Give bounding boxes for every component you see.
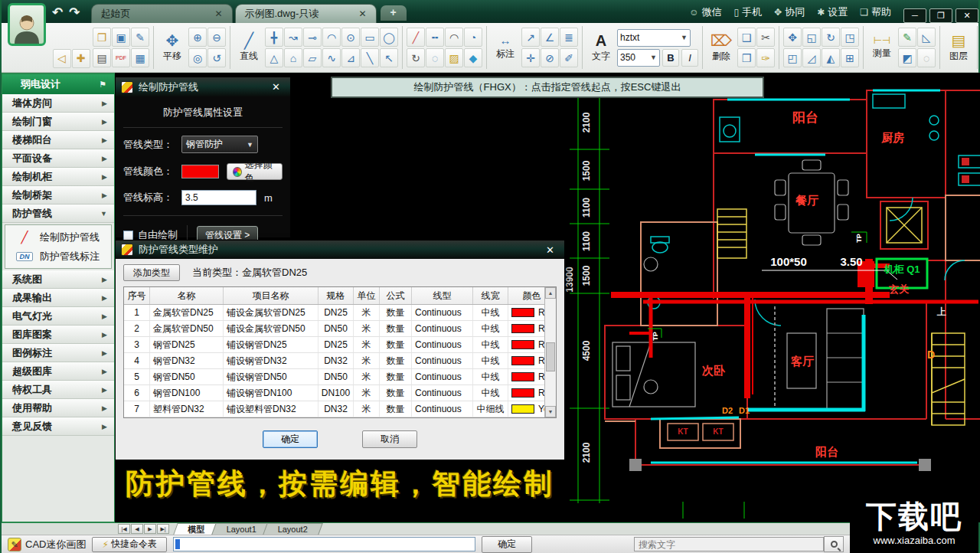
prev-sheet-icon[interactable]: ◀ (131, 524, 143, 534)
minimize-icon[interactable]: ─ (903, 8, 926, 23)
leader-icon[interactable]: ↖ (380, 48, 398, 67)
sidebar-item[interactable]: 绘制机柜▶ (2, 168, 114, 186)
menu-item-phone[interactable]: ▯手机 (734, 5, 763, 19)
array-icon[interactable]: ⊞ (841, 48, 859, 67)
fillet-icon[interactable]: ◠ (445, 28, 463, 47)
document-tab[interactable]: 示例图.dwg-只读✕ (235, 4, 377, 23)
zoom-window-icon[interactable]: ◎ (188, 48, 207, 67)
image-export-icon[interactable]: ▦ (131, 48, 149, 67)
parallelogram-icon[interactable]: ▱ (303, 48, 322, 67)
fill-icon[interactable]: ◆ (464, 48, 482, 67)
dialog-titlebar[interactable]: 绘制防护管线 ✕ (116, 77, 290, 97)
dim-ordinate-icon[interactable]: ✛ (521, 48, 540, 67)
drawing-canvas[interactable]: 阳台厨房餐厅100*503.50机柜 Q1玄关次卧客厅阳台D2D1KTKTD上T… (115, 73, 980, 522)
pick-color-button[interactable]: 选择颜色 (227, 163, 283, 180)
free-draw-checkbox[interactable] (123, 231, 133, 241)
sidebar-item[interactable]: 超级图库▶ (2, 362, 114, 381)
save-as-icon[interactable]: ✎ (131, 28, 149, 47)
shortcut-commands-button[interactable]: ⚡ 快捷命令表 (92, 537, 166, 552)
rectangle-icon[interactable]: ▭ (361, 28, 379, 47)
trim-icon[interactable]: ╱ (407, 28, 425, 47)
elevation-input[interactable] (181, 190, 256, 205)
menu-item-wechat[interactable]: ☺微信 (689, 5, 721, 19)
delete-button[interactable]: ⌦ 删除 (707, 27, 736, 68)
sidebar-item[interactable]: 特权工具▶ (2, 381, 114, 399)
revolve-icon[interactable]: ↻ (407, 48, 425, 67)
trapezoid-icon[interactable]: ⊿ (341, 48, 360, 67)
dim-aligned-icon[interactable]: ↗ (521, 28, 540, 47)
dim-radius-icon[interactable]: ⊘ (541, 48, 559, 67)
zoom-prev-icon[interactable]: ↺ (207, 48, 226, 67)
protractor-icon[interactable]: ◺ (917, 28, 936, 47)
table-row[interactable]: 4钢管DN32铺设钢管DN32DN32米数量Continuous中线Red (124, 353, 556, 369)
dimension-button[interactable]: ↔ 标注 (491, 27, 520, 68)
sidebar-item[interactable]: 墙体房间▶ (2, 94, 114, 113)
user-avatar[interactable] (8, 3, 46, 46)
cancel-button[interactable]: 取消 (362, 430, 417, 448)
save-icon[interactable]: ▣ (112, 28, 130, 47)
table-scrollbar[interactable]: ▲ ▼ (544, 287, 556, 417)
scrollbar-thumb[interactable] (546, 342, 555, 371)
zoom-out-icon[interactable]: ⊖ (207, 28, 226, 47)
dialog-titlebar[interactable]: 防护管线类型维护 ✕ (116, 241, 564, 259)
open-icon[interactable]: ❐ (93, 28, 111, 47)
confirm-button[interactable]: 确定 (482, 536, 532, 553)
hatch-icon[interactable]: ▨ (445, 48, 463, 67)
scroll-down-icon[interactable]: ▼ (545, 406, 556, 417)
maximize-icon[interactable]: ❐ (929, 8, 952, 23)
cut-icon[interactable]: ✂ (756, 28, 775, 47)
table-row[interactable]: 1金属软管DN25铺设金属软管DN25DN25米数量Continuous中线Re… (124, 305, 556, 321)
tangent-circle-icon[interactable]: ◔ (464, 28, 482, 47)
sidebar-item[interactable]: 防护管线▼ (2, 205, 114, 223)
search-input[interactable] (634, 537, 824, 551)
pipe-color-swatch[interactable] (181, 165, 219, 178)
sidebar-item[interactable]: 平面设备▶ (2, 149, 114, 168)
italic-button[interactable]: I (681, 49, 698, 67)
pipe-type-select[interactable]: 钢管防护 ▼ (181, 136, 258, 153)
new-file-icon[interactable]: ✚ (72, 49, 90, 68)
diagonal-icon[interactable]: ╲ (361, 48, 379, 67)
lasso-icon[interactable]: ◌ (917, 48, 936, 67)
sidebar-item[interactable]: 成果输出▶ (2, 289, 114, 307)
add-type-button[interactable]: 添加类型 (123, 264, 180, 281)
sidebar-item[interactable]: 图例标注▶ (2, 344, 114, 362)
back-icon[interactable]: ↶ (52, 6, 63, 19)
polyline-icon[interactable]: ↝ (284, 28, 302, 47)
offset-icon[interactable]: ◰ (783, 48, 802, 67)
ellipse-icon[interactable]: ◯ (380, 28, 398, 47)
ring-icon[interactable]: ◌ (426, 48, 444, 67)
extend-icon[interactable]: ╍ (426, 28, 444, 47)
sidebar-item[interactable]: 绘制门窗▶ (2, 113, 114, 131)
sheet-tab[interactable]: Layout2 (263, 523, 323, 535)
table-row[interactable]: 6钢管DN100铺设钢管DN100DN100米数量Continuous中线Red (124, 385, 556, 401)
sidebar-item[interactable]: 系统图▶ (2, 270, 114, 289)
scroll-up-icon[interactable]: ▲ (545, 287, 556, 299)
chamfer-icon[interactable]: ◿ (802, 48, 821, 67)
multiline-icon[interactable]: ⊸ (303, 28, 322, 47)
measure-pencil-icon[interactable]: ✎ (898, 28, 916, 47)
dim-angle-icon[interactable]: ∠ (541, 28, 559, 47)
table-row[interactable]: 3钢管DN25铺设钢管DN25DN25米数量Continuous中线Red (124, 337, 556, 353)
close-icon[interactable]: ✕ (541, 244, 559, 256)
circle-icon[interactable]: ⊙ (341, 28, 360, 47)
sidebar-item[interactable]: 电气灯光▶ (2, 307, 114, 326)
bold-button[interactable]: B (662, 49, 679, 67)
sidebar-item[interactable]: 使用帮助▶ (2, 399, 114, 417)
text-button[interactable]: A 文字 (586, 27, 616, 68)
scale-icon[interactable]: ◱ (802, 28, 821, 47)
close-tab-icon[interactable]: ✕ (214, 8, 222, 19)
command-input[interactable] (173, 537, 475, 551)
view3d-icon[interactable]: ◳ (841, 28, 859, 47)
last-sheet-icon[interactable]: ▶| (157, 524, 169, 534)
move-icon[interactable]: ✥ (783, 28, 802, 47)
spline-icon[interactable]: ∿ (322, 48, 341, 67)
document-tab[interactable]: 起始页✕ (91, 4, 233, 23)
sidebar-item[interactable]: 意见反馈▶ (2, 417, 114, 436)
next-sheet-icon[interactable]: ▶ (144, 524, 156, 534)
font-select[interactable]: hztxt▼ (617, 29, 691, 47)
copy-icon[interactable]: ❑ (737, 28, 756, 47)
pdf-export-icon[interactable]: PDF (112, 48, 130, 67)
dim-quick-icon[interactable]: ✐ (560, 48, 578, 67)
print-icon[interactable]: ▤ (93, 48, 111, 67)
table-row[interactable]: 7塑料管DN32铺设塑料管DN32DN32米数量Continuous中细线Yel… (124, 401, 556, 417)
